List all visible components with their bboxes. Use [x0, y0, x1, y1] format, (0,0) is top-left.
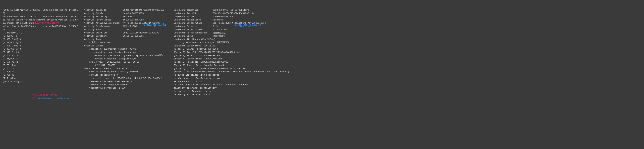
tracing-kv-line: Activity.TraceId: 788c17cdfbf58f17302e48…: [84, 9, 168, 12]
metrics-line: http.request.method: GET http.response.s…: [3, 15, 79, 25]
tracing-line: telemetry.sdk.name: opentelemetry: [84, 80, 168, 83]
logging-line: [Scope.3]:ActionName: Web_Product.Contro…: [174, 70, 260, 74]
tracing-line: 自定义_STATUS: OK: [84, 41, 168, 44]
metrics-line: (7.5,10]:0: [3, 77, 79, 80]
tracing-line: telemetry.sdk.version: 1.6.0: [84, 86, 168, 90]
logging-line: [Scope.1]:ConnectionId: 0HMVPA76NI8LQ: [174, 57, 260, 61]
tracing-kv-line: Activity.Duration: 00:00:00.0231665: [84, 35, 168, 38]
logging-kv-line: LogRecord.Timestamp: 2023-12-10T07:29:59…: [174, 9, 260, 12]
metrics-line: (-Infinity,0]:0: [3, 31, 79, 35]
logging-line: telemetry.sdk.name: opentelemetry: [174, 86, 260, 90]
tracing-line: 自定义事件日志 [2023/12/10 7:29:59 +00:00]: [84, 60, 168, 64]
logging-kv-line: LogRecord.FormattedMessage: 消息已经发送: [174, 31, 260, 35]
tracing-output: Activity.TraceId: 788c17cdfbf58f17302e48…: [84, 9, 168, 90]
tracing-panel: Activity.TraceId: 788c17cdfbf58f17302e48…: [82, 0, 171, 105]
metrics-line: (10,+Infinity]:0: [3, 80, 79, 83]
logging-line: telemetry.sdk.language: dotnet: [174, 90, 260, 93]
author-link[interactable]: https://www.cnblogs.com/Sol-wang/: [38, 97, 69, 99]
metrics-line: (0.5,0.75]:1: [3, 60, 79, 64]
metrics-line: (0.05,0.075]:0: [3, 47, 79, 51]
tracing-line: exception.type: System.Exception: [84, 51, 168, 54]
logging-line: LogRecord.Attributes (Key:Value):: [174, 38, 260, 41]
logging-line: service.version: 0.1.0: [174, 80, 260, 83]
tracing-kv-line: Activity.ActivitySourceName: My_MessageS…: [84, 22, 168, 25]
tracing-kv-line: Activity.SpanId: bcba96d748873058: [84, 12, 168, 15]
logging-kv-line: LogRecord.TraceFlags: Recorded: [174, 18, 260, 22]
metrics-line: (2.5,5]:0: [3, 70, 79, 74]
tracing-line: exception.message: Exception-测试: [84, 57, 168, 61]
metrics-line: Value: Sum: 0.7430757 Count: 1 Min: 0.74…: [3, 25, 79, 31]
tracing-line: Activity.Events:: [84, 44, 168, 48]
logging-kv-line: LogRecord.SpanId: bcba96d748873058: [174, 15, 260, 18]
tracing-line: service.name: My-OpenTelemetry-example: [84, 70, 168, 74]
logging-kv-line: LogRecord.SeverityText: Information: [174, 28, 260, 31]
metrics-line: (0.01,0.025]:0: [3, 41, 79, 44]
author-name-line: 作者：Sol·wang - 博客园: [32, 93, 69, 97]
logging-kv-line: LogRecord.Severity: Info: [174, 25, 260, 28]
metrics-line: (0.75,1]:0: [3, 64, 79, 67]
tracing-line: 单次发送量: 5000笔: [84, 64, 168, 67]
metrics-line: (0.005,0.01]:0: [3, 38, 79, 41]
tracing-kv-line: Activity.TraceFlags: Recorded: [84, 15, 168, 18]
tracing-line: Activity.Tags:: [84, 38, 168, 41]
logging-line: [Scope.3]:ActionId: bf98e585-e984-4d61-8…: [174, 67, 260, 70]
logging-line: Resource associated with LogRecord:: [174, 73, 260, 77]
tracing-kv-line: Activity.DisplayName: 消息发送-节点: [84, 25, 168, 28]
metrics-line: (0,0.005]:0: [3, 35, 79, 38]
logging-kv-line: LogRecord.CategoryName: Web_Product.My_M…: [174, 22, 260, 25]
tracing-kv-line: Activity.ParentSpanId: 55136a89ecae7988: [84, 18, 168, 22]
logging-kv-line: LogRecord.TraceId: 788c17cdfbf58f17302e4…: [174, 12, 260, 15]
tracing-line: exception [2023/12/10 7:29:59 +00:00]: [84, 47, 168, 51]
logging-line: service.name: My-OpenTelemetry-example: [174, 77, 260, 80]
metrics-line: (2023-12-10T07:29:53.3428538Z, 2023-12-1…: [3, 9, 79, 15]
logging-line: service.instance.id: 8a4b96d7-4420-45f2-…: [174, 83, 260, 87]
tracing-line: service.version: 0.1.0: [84, 73, 168, 77]
metrics-line: (0.075,0.1]:0: [3, 51, 79, 54]
logging-panel: LogRecord.Timestamp: 2023-12-10T07:29:59…: [171, 0, 262, 105]
logging-line: OriginalFormat (a.k.a Body): 消息已经发送: [174, 41, 260, 44]
metrics-line: (0.1,0.25]:0: [3, 54, 79, 57]
logging-output: LogRecord.Timestamp: 2023-12-10T07:29:59…: [174, 9, 260, 96]
author-attribution: 作者：Sol·wang - 博客园 出处：https://www.cnblogs…: [32, 93, 69, 100]
tracing-line: Resource associated with Activity:: [84, 67, 168, 70]
metrics-line: (0.025,0.05]:0: [3, 44, 79, 48]
metrics-panel: (2023-12-10T07:29:53.3428538Z, 2023-12-1…: [0, 0, 82, 105]
logging-line: [Scope.0]:SpanId: bcba96d748873058: [174, 47, 260, 51]
metrics-output: (2023-12-10T07:29:53.3428538Z, 2023-12-1…: [3, 9, 79, 83]
tracing-kv-line: Activity.Kind: Client: [84, 28, 168, 31]
tracing-line: service.instance.id: 2f5d817b-86e1-4d29-…: [84, 77, 168, 80]
logging-line: [Scope.0]:TraceId: 788c17cdfbf58f17302e4…: [174, 51, 260, 54]
logging-kv-line: LogRecord.Body: 消息已经发送: [174, 35, 260, 38]
logging-line: LogRecord.ScopeValues (Key:Value):: [174, 44, 260, 48]
logging-line: telemetry.sdk.version: 1.6.0: [174, 93, 260, 96]
tracing-kv-line: Activity.StartTime: 2023-12-10T07:29:59.…: [84, 31, 168, 35]
logging-line: [Scope.2]:RequestPath: /WeatherForecast: [174, 64, 260, 67]
logging-line: [Scope.2]:RequestId: 0HMVPA76NI8LQ:00000…: [174, 60, 260, 64]
author-url-line: 出处：https://www.cnblogs.com/Sol-wang/: [32, 97, 69, 100]
tracing-line: exception.stacktrace: System.Exception: …: [84, 54, 168, 57]
metrics-line: (1,2.5]:0: [3, 67, 79, 70]
metrics-line: (5,7.5]:0: [3, 73, 79, 77]
logging-line: [Scope.0]:ParentId: 55136a89ecae7988: [174, 54, 260, 57]
tracing-line: telemetry.sdk.language: dotnet: [84, 83, 168, 87]
metrics-line: (0.25,0.5]:0: [3, 57, 79, 61]
